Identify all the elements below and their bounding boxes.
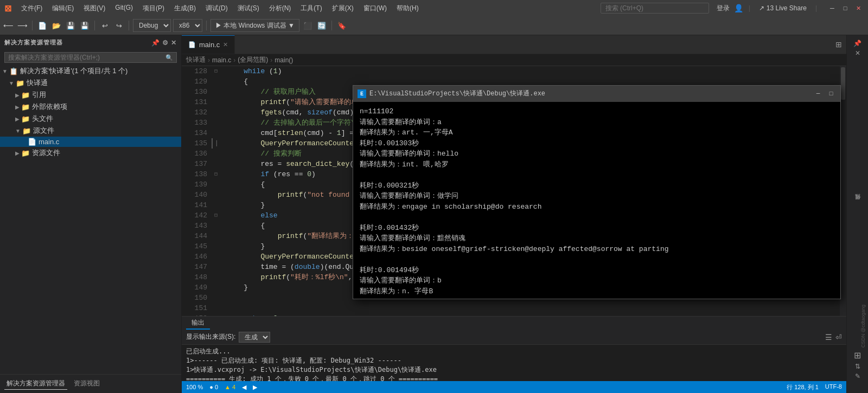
properties-pin-icon[interactable]: 📌 [853, 40, 861, 47]
main-layout: 解决方案资源管理器 📌 ⚙ ✕ 🔍 ▼ 📋 解决方案'快译通'(1 个项目/共 … [0, 35, 868, 393]
back-button[interactable]: ⟵ [2, 20, 14, 31]
menu-analyze[interactable]: 分析(N) [265, 3, 296, 14]
save-button[interactable]: 💾 [65, 20, 76, 31]
status-nav-left[interactable]: ◀ [242, 384, 246, 391]
menu-window[interactable]: 窗口(W) [359, 3, 391, 14]
resource-view-tab[interactable]: 资源视图 [72, 378, 102, 390]
scrollbar-thumb[interactable] [841, 67, 845, 100]
status-errors[interactable]: ● 0 [209, 384, 218, 390]
tree-item[interactable]: ▶ 📄 main.c [0, 137, 181, 147]
editor-gutter: ⊟ │ ⊟ ⊟ [212, 66, 222, 316]
line-num: 141 [182, 200, 207, 210]
new-file-button[interactable]: 📄 [36, 20, 48, 31]
properties-grid-icon[interactable]: ⊞ [854, 350, 861, 360]
menu-view[interactable]: 视图(V) [79, 3, 110, 14]
tree-item[interactable]: ▶ 📁 头文件 [0, 113, 181, 125]
tree-item[interactable]: ▼ 📁 快译通 [0, 77, 181, 89]
sidebar-search-input[interactable] [8, 54, 165, 61]
properties-sort-icon[interactable]: ⇅ [855, 363, 860, 370]
run-debug-button[interactable]: ▶ 本地 Windows 调试器 ▼ [210, 19, 299, 32]
save-all-button[interactable]: 💾 [79, 20, 91, 31]
stop-button[interactable]: ⬛ [302, 20, 314, 31]
minimize-button[interactable]: ─ [827, 3, 838, 14]
editor-split-icon[interactable]: ⊞ [835, 40, 842, 49]
console-line: 翻译结果为：art. 一,字母A [360, 127, 834, 138]
maximize-button[interactable]: □ [840, 3, 851, 14]
tree-item[interactable]: ▼ 📋 解决方案'快译通'(1 个项目/共 1 个) [0, 65, 181, 77]
menu-tools[interactable]: 工具(T) [296, 3, 326, 14]
live-share-button[interactable]: ↗ 13 Live Share [756, 3, 810, 13]
console-maximize-button[interactable]: □ [826, 89, 836, 99]
debug-config-dropdown[interactable]: Debug [133, 19, 171, 32]
properties-close-icon[interactable]: ✕ [855, 49, 860, 57]
console-line [360, 297, 834, 299]
forward-button[interactable]: ⟶ [16, 20, 28, 31]
fold-icon[interactable]: ⊟ [212, 210, 220, 221]
menu-build[interactable]: 生成(B) [170, 3, 200, 14]
redo-button[interactable]: ↪ [113, 20, 125, 31]
sidebar-close-icon[interactable]: ✕ [171, 39, 177, 47]
tree-item[interactable]: ▶ 📁 外部依赖项 [0, 101, 181, 113]
console-line: 请输入需要翻译的单词：hello [360, 149, 834, 159]
live-share-label: 13 Live Share [767, 4, 807, 12]
sidebar-pin-icon[interactable]: 📌 [151, 39, 160, 47]
tree-item[interactable]: ▶ 📁 引用 [0, 89, 181, 101]
console-line: 请输入需要翻译的单词：a [360, 117, 834, 128]
toolbar-sep-2 [94, 21, 95, 30]
status-right: 行 128, 列 1 UTF-8 [787, 383, 842, 391]
code-line: return 0; [227, 313, 840, 316]
sidebar-search-box[interactable]: 🔍 [4, 52, 177, 63]
tab-close-icon[interactable]: ✕ [223, 41, 228, 48]
status-warnings[interactable]: ▲ 4 [225, 384, 235, 390]
console-minimize-button[interactable]: ─ [813, 89, 823, 99]
properties-settings-icon[interactable]: ✎ [855, 372, 860, 380]
tree-node-icon: 📄 [28, 138, 36, 146]
properties-panel: 📌 ✕ 属性 ⊞ ⇅ ✎ CSDN @cdtaogang [846, 35, 868, 393]
bookmark-button[interactable]: 🔖 [336, 20, 348, 31]
fold-icon[interactable]: ⊟ [212, 66, 220, 76]
tree-item[interactable]: ▼ 📁 源文件 [0, 125, 181, 137]
console-line: 翻译结果为：beside oneself@grief-stricken@deep… [360, 244, 834, 255]
console-line: 耗时:0.001303秒 [360, 138, 834, 149]
menu-file[interactable]: 文件(F) [17, 3, 47, 14]
line-num: 132 [182, 107, 207, 118]
breadcrumb-sep-2: › [233, 56, 235, 64]
status-zoom[interactable]: 100 % [186, 384, 203, 390]
open-button[interactable]: 📂 [50, 20, 62, 31]
code-line [227, 303, 840, 313]
undo-button[interactable]: ↩ [99, 20, 111, 31]
fold-icon[interactable]: ⊟ [212, 169, 220, 179]
tree-node-icon: 📁 [22, 127, 31, 135]
breadcrumb-bar: 快译通 › main.c › (全局范围) › main() [182, 54, 846, 66]
solution-explorer-tab[interactable]: 解决方案资源管理器 [4, 378, 67, 390]
code-editor[interactable]: 128 129 130 131 132 133 134 135 136 137 … [182, 66, 846, 316]
sidebar-settings-icon[interactable]: ⚙ [162, 39, 169, 47]
menu-edit[interactable]: 编辑(E) [48, 3, 78, 14]
menu-project[interactable]: 项目(P) [138, 3, 169, 14]
line-num: 151 [182, 303, 207, 313]
restart-button[interactable]: 🔄 [316, 20, 328, 31]
tree-node-label: 引用 [32, 90, 46, 100]
editor-tab-main-c[interactable]: 📄 main.c ✕ [182, 35, 235, 54]
menu-extensions[interactable]: 扩展(X) [328, 3, 358, 14]
global-search[interactable] [601, 3, 709, 14]
platform-dropdown[interactable]: x86 [173, 19, 202, 32]
menu-debug[interactable]: 调试(D) [201, 3, 232, 14]
output-toolbar-btn[interactable]: ☰ [825, 333, 832, 342]
vs-logo: ⊠ [4, 3, 11, 14]
tree-item[interactable]: ▶ 📁 资源文件 [0, 147, 181, 159]
output-line: 1>------ 已启动生成: 项目: 快译通, 配置: Debug_Win32… [186, 356, 842, 365]
output-tab[interactable]: 输出 [186, 317, 210, 330]
menu-test[interactable]: 测试(S) [233, 3, 264, 14]
tree-node-label: 解决方案'快译通'(1 个项目/共 1 个) [20, 66, 128, 76]
output-source-select[interactable]: 生成 [239, 332, 270, 343]
menu-git[interactable]: Git(G) [111, 3, 137, 14]
fold-icon[interactable]: │ [212, 138, 220, 149]
output-toolbar-btn[interactable]: ⏎ [835, 333, 842, 342]
close-button[interactable]: ✕ [853, 3, 864, 14]
login-button[interactable]: 登录 [717, 4, 730, 13]
menu-help[interactable]: 帮助(H) [392, 3, 423, 14]
status-nav-right[interactable]: ▶ [253, 384, 257, 391]
tree-node-label: 头文件 [32, 114, 53, 124]
breadcrumb-scope: (全局范围) [238, 55, 268, 65]
